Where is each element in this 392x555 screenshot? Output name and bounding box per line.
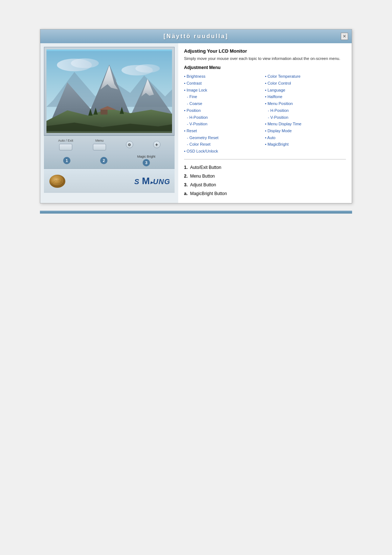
badge-2[interactable]: 2 <box>100 157 107 164</box>
auto-exit-label: Auto / Exit <box>58 139 73 142</box>
menu-item-brightness[interactable]: Brightness <box>184 73 265 80</box>
monitor-screen <box>46 49 172 133</box>
panel-description: Simply move your mouse over each topic t… <box>184 56 346 61</box>
menu-item-display-mode[interactable]: Display Mode <box>265 127 346 134</box>
menu-col-1: Brightness Contrast Image Lock Fine Coar… <box>184 73 265 154</box>
shell-icon <box>48 173 66 189</box>
list-item-a: a. MagicBright Button <box>184 189 346 198</box>
magic-bright-label: Magic Bright <box>137 155 155 158</box>
menu-item-v-position-1[interactable]: V-Position <box>184 121 265 127</box>
adjustment-menu-label: Adjustment Menu <box>184 65 346 70</box>
menu-item-v-position-2[interactable]: V-Position <box>265 114 346 121</box>
menu-item-menu-display-time[interactable]: Menu Display Time <box>265 121 346 127</box>
close-button[interactable]: ✕ <box>341 33 348 40</box>
menu-item-halftone[interactable]: Halftone <box>265 93 346 100</box>
list-item-1-label[interactable]: Auto/Exit Button <box>190 165 221 170</box>
menu-item-contrast[interactable]: Contrast <box>184 80 265 87</box>
badge-row: 1 2 Magic Bright 3 <box>44 153 175 169</box>
list-item-a-label[interactable]: MagicBright Button <box>190 191 227 196</box>
menu-item-color-reset[interactable]: Color Reset <box>184 141 265 148</box>
main-window: [Näyttö ruudulla] ✕ <box>40 29 352 203</box>
menu-columns: Brightness Contrast Image Lock Fine Coar… <box>184 73 346 154</box>
menu-label: Menu <box>95 139 104 142</box>
menu-item-color-control[interactable]: Color Control <box>265 80 346 87</box>
menu-col-2: Color Temperature Color Control Language… <box>265 73 346 154</box>
auto-exit-button[interactable] <box>59 144 72 150</box>
samsung-logo: S M▸UNG <box>134 175 170 187</box>
divider <box>184 159 346 159</box>
panel-title: Adjusting Your LCD Monitor <box>184 48 346 54</box>
shell-area <box>48 173 66 189</box>
menu-item-h-position-1[interactable]: H-Position <box>184 114 265 121</box>
menu-item-color-temperature[interactable]: Color Temperature <box>265 73 346 80</box>
menu-group: Menu <box>93 139 106 150</box>
page-wrapper: [Näyttö ruudulla] ✕ <box>0 0 392 228</box>
svg-rect-15 <box>101 110 107 114</box>
plus-group: + <box>153 141 160 148</box>
menu-item-fine[interactable]: Fine <box>184 93 265 100</box>
window-title: [Näyttö ruudulla] <box>164 33 229 40</box>
auto-exit-group: Auto / Exit <box>58 139 73 150</box>
menu-item-reset[interactable]: Reset <box>184 127 265 134</box>
menu-item-magic-bright[interactable]: MagicBright <box>265 141 346 148</box>
badge-3[interactable]: 3 <box>143 159 150 166</box>
monitor-bottom: S M▸UNG <box>44 169 175 193</box>
menu-item-h-position-2[interactable]: H-Position <box>265 107 346 114</box>
list-item-2: 2. Menu Button <box>184 172 346 181</box>
gear-group: ⚙ <box>126 141 133 148</box>
menu-item-image-lock[interactable]: Image Lock <box>184 87 265 94</box>
monitor-controls-row1: Auto / Exit Menu ⚙ + <box>44 135 175 153</box>
menu-item-position[interactable]: Position <box>184 107 265 114</box>
menu-item-auto[interactable]: Auto <box>265 134 346 141</box>
monitor-bezel <box>44 47 175 135</box>
content-area: Auto / Exit Menu ⚙ + 1 <box>40 43 352 203</box>
menu-item-osd-lock[interactable]: OSD Lock/Unlock <box>184 148 265 155</box>
plus-icon[interactable]: + <box>153 141 160 148</box>
menu-item-geometry-reset[interactable]: Geometry Reset <box>184 134 265 141</box>
menu-item-menu-position[interactable]: Menu Position <box>265 100 346 107</box>
info-panel: Adjusting Your LCD Monitor Simply move y… <box>178 43 352 203</box>
badge-1[interactable]: 1 <box>63 157 70 164</box>
list-item-3-label[interactable]: Adjust Button <box>190 182 216 187</box>
menu-item-language[interactable]: Language <box>265 87 346 94</box>
menu-button[interactable] <box>93 144 106 150</box>
bottom-bar <box>40 211 352 214</box>
monitor-area: Auto / Exit Menu ⚙ + 1 <box>40 43 178 203</box>
list-item-3: 3. Adjust Button <box>184 181 346 189</box>
mountain-svg <box>46 49 172 133</box>
gear-icon[interactable]: ⚙ <box>126 141 133 148</box>
list-item-2-label[interactable]: Menu Button <box>190 174 215 179</box>
numbered-list: 1. Auto/Exit Button 2. Menu Button 3. Ad… <box>184 163 346 198</box>
menu-item-coarse[interactable]: Coarse <box>184 100 265 107</box>
svg-point-2 <box>71 58 99 68</box>
list-item-1: 1. Auto/Exit Button <box>184 163 346 172</box>
title-bar: [Näyttö ruudulla] ✕ <box>40 29 352 43</box>
svg-point-4 <box>135 64 160 73</box>
